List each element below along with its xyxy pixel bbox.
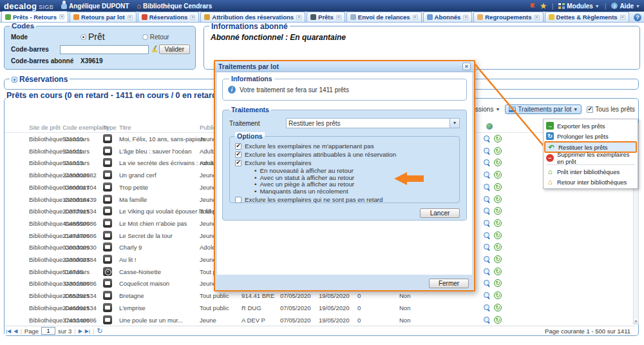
table-row[interactable]: Bibliothèque Cendrars 2046091534 L'empri… [5, 302, 634, 314]
tab-pr-ts-retours[interactable]: Prêts - Retours× [1, 11, 68, 22]
valider-button[interactable]: Valider [159, 44, 190, 54]
renew-icon[interactable]: ↻ [494, 171, 502, 179]
radio-retour[interactable]: Retour [142, 34, 169, 41]
menu-item-supprimer[interactable]: −Supprimer les exemplaires en prêt [544, 153, 637, 163]
col-header-titre[interactable]: Titre [119, 124, 131, 131]
collapse-toggle-icon[interactable]: ▼ [12, 77, 17, 83]
first-page-button[interactable]: |◀ [6, 328, 11, 334]
radio-pret[interactable]: Prêt [80, 32, 105, 42]
renew-icon[interactable]: ↻ [494, 316, 502, 324]
checkbox-icon[interactable] [235, 160, 242, 166]
magnifier-icon[interactable] [484, 220, 491, 227]
favorites-star-icon[interactable]: ★ [540, 2, 547, 10]
menu-item-maison-orange[interactable]: ⌂Retour inter bibliothèques [544, 177, 637, 187]
renew-icon[interactable]: ↻ [494, 159, 502, 166]
barcode-input[interactable] [60, 45, 149, 54]
tab-pr-ts[interactable]: Prêts× [307, 12, 345, 22]
renew-icon[interactable]: ↻ [494, 291, 502, 299]
magnifier-icon[interactable] [484, 304, 491, 311]
dialog-titlebar[interactable]: Traitements par lot × [215, 61, 474, 72]
next-page-button[interactable]: ▶ [79, 328, 82, 334]
magnifier-icon[interactable] [484, 135, 491, 143]
magnifier-icon[interactable] [484, 292, 491, 299]
flag-icon[interactable] [531, 3, 535, 8]
refresh-icon[interactable]: ↻ [97, 327, 103, 335]
option-checkbox-last[interactable]: Exclure les exemplaires qui ne sont pas … [235, 195, 454, 204]
option-checkbox-0[interactable]: Exclure les exemplaires ne m'appartenant… [235, 142, 454, 150]
tab-r-servations[interactable]: Réservations× [138, 12, 200, 22]
radio-pret-icon[interactable] [80, 34, 86, 40]
aide-menu[interactable]: iAide▼ [611, 3, 640, 10]
close-icon[interactable]: × [463, 15, 468, 20]
menu-item-maison-verte[interactable]: ⌂Prêt inter bibliothèques [544, 166, 637, 177]
renew-icon[interactable]: ↻ [494, 195, 502, 203]
renew-icon[interactable]: ↻ [494, 255, 502, 263]
fermer-button[interactable]: Fermer [429, 279, 469, 288]
checkbox-icon[interactable] [235, 152, 242, 158]
traitement-select[interactable]: Restituer les prêts ▼ [286, 118, 460, 128]
magnifier-icon[interactable] [484, 280, 491, 287]
prev-page-button[interactable]: ◀ [14, 328, 17, 334]
magnifier-icon[interactable] [484, 232, 491, 239]
current-user[interactable]: Angélique DUPONT [61, 3, 129, 10]
tous-les-prets-checkbox[interactable]: Tous les prêts [587, 106, 635, 113]
renew-icon[interactable]: ↻ [494, 232, 502, 239]
close-icon[interactable]: × [296, 15, 301, 20]
renew-icon[interactable]: ↻ [494, 304, 502, 311]
magnifier-icon[interactable] [484, 244, 491, 251]
modules-menu[interactable]: Modules▼ [558, 3, 600, 10]
close-icon[interactable]: × [620, 15, 625, 20]
magnifier-icon[interactable] [484, 172, 491, 179]
renew-icon[interactable]: ↻ [494, 219, 502, 227]
renew-icon[interactable]: ↻ [494, 279, 502, 287]
clear-broom-icon[interactable] [151, 46, 156, 53]
checkbox-icon[interactable] [587, 106, 593, 113]
magnifier-icon[interactable] [484, 208, 491, 215]
scroll-down-icon[interactable]: ▼ [634, 319, 638, 324]
magnifier-icon[interactable] [484, 159, 491, 166]
tab-retours-par-lot[interactable]: Retours par lot× [70, 12, 137, 22]
magnifier-icon[interactable] [484, 268, 491, 275]
renew-icon[interactable]: ↻ [494, 207, 502, 215]
magnifier-icon[interactable] [484, 184, 491, 191]
close-icon[interactable]: × [190, 15, 195, 20]
col-header-code[interactable]: Code exemplaire [62, 124, 109, 131]
magnifier-icon[interactable] [484, 148, 491, 155]
magnifier-icon[interactable] [484, 317, 491, 324]
chevron-down-icon[interactable]: ▼ [450, 119, 459, 128]
page-input[interactable] [41, 327, 55, 335]
checkbox-icon[interactable] [235, 143, 242, 150]
renew-icon[interactable]: ↻ [494, 243, 502, 251]
tab-abonn-s[interactable]: Abonnés× [423, 12, 473, 22]
current-library[interactable]: ⌂Bibliothèque Cendrars [137, 3, 212, 10]
renew-icon[interactable]: ↻ [494, 135, 502, 143]
table-row[interactable]: Bibliothèque Cendrars 3743140086 Une pou… [5, 314, 634, 326]
close-icon[interactable]: × [59, 14, 64, 19]
close-icon[interactable]: × [535, 15, 540, 20]
col-header-site[interactable]: Site de prêt [29, 124, 61, 131]
menu-item-prolong[interactable]: ↻Prolonger les prêts [544, 131, 637, 141]
close-icon[interactable]: × [336, 15, 341, 20]
magnifier-icon[interactable] [484, 256, 491, 263]
tab-dettes-r-glements[interactable]: Dettes & Règlements× [545, 12, 629, 22]
renew-icon[interactable]: ↻ [494, 183, 502, 191]
col-header-type[interactable]: Type [103, 124, 117, 131]
last-page-button[interactable]: ▶| [85, 328, 90, 334]
renew-icon[interactable]: ↻ [494, 147, 502, 155]
magnifier-icon[interactable] [484, 196, 491, 203]
lancer-button[interactable]: Lancer [420, 208, 460, 218]
help-button[interactable]: ? [634, 14, 641, 21]
tab-attribution-des-r-servations[interactable]: Attribution des réservations× [200, 12, 305, 22]
tab-regroupements[interactable]: Regroupements× [473, 12, 543, 22]
close-icon[interactable]: × [462, 63, 471, 70]
option-checkbox-2[interactable]: Exclure les exemplaires [235, 159, 454, 167]
renew-icon[interactable]: ↻ [494, 268, 502, 275]
option-checkbox-1[interactable]: Exclure les exemplaires attribuables à u… [235, 150, 454, 159]
checkbox-icon[interactable] [235, 197, 242, 203]
menu-item-export[interactable]: →Exporter les prêts [544, 121, 637, 131]
close-icon[interactable]: × [128, 15, 133, 20]
radio-retour-icon[interactable] [142, 34, 148, 40]
traitements-par-lot-button[interactable]: Traitements par lot ▼ [505, 104, 582, 114]
tab-envoi-de-relances[interactable]: Envoi de relances× [346, 12, 422, 22]
close-icon[interactable]: × [413, 15, 418, 20]
